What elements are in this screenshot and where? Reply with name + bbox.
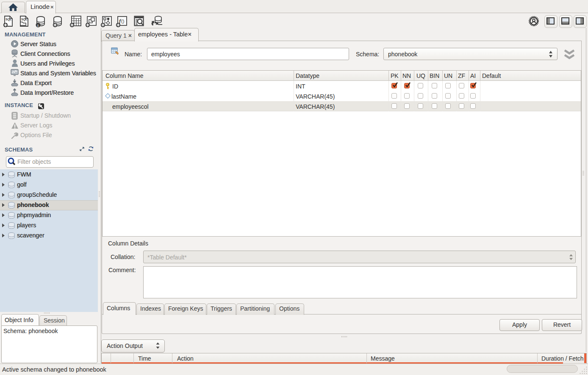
svg-text:(): (): [121, 19, 124, 24]
